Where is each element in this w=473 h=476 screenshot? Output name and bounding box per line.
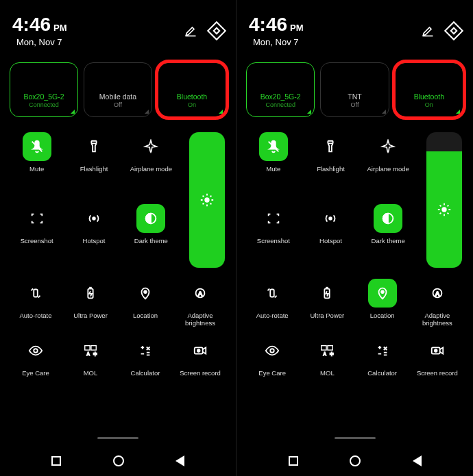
toggle-label: Flashlight <box>80 165 108 173</box>
flashlight-toggle[interactable]: Flashlight <box>305 132 357 196</box>
mute-icon <box>23 132 51 161</box>
edit-icon[interactable] <box>184 24 197 38</box>
battery-icon <box>76 279 105 308</box>
screenshot-icon <box>259 204 288 233</box>
tile-sublabel: On <box>188 101 196 108</box>
location-toggle[interactable]: Location <box>358 279 407 327</box>
calc-toggle[interactable]: Calculator <box>121 336 170 377</box>
mol-icon: A中 <box>313 336 341 365</box>
clock-time: 4:46 <box>249 14 287 36</box>
svg-point-26 <box>197 349 200 352</box>
flashlight-icon <box>80 132 108 161</box>
edit-icon[interactable] <box>421 24 435 38</box>
bluetooth-tile[interactable]: Bluetooth On <box>158 62 226 117</box>
svg-point-31 <box>330 217 332 220</box>
svg-line-12 <box>210 203 212 205</box>
quick-settings-panel: 4:46 PM Mon, Nov 7 Box20_5G-2 Connected … <box>0 0 236 476</box>
mute-toggle[interactable]: Mute <box>247 132 300 196</box>
battery-toggle[interactable]: Ultra Power <box>302 279 352 327</box>
battery-toggle[interactable]: Ultra Power <box>66 279 115 327</box>
tile-label: Box20_5G-2 <box>24 92 64 101</box>
airplane-toggle[interactable]: Airplane mode <box>125 132 177 196</box>
wifi-tile[interactable]: Box20_5G-2 Connected <box>246 62 315 117</box>
tile-label: Mobile data <box>99 92 136 101</box>
svg-text:A: A <box>324 351 327 356</box>
drag-handle[interactable] <box>97 437 138 439</box>
toggle-label: Auto-rotate <box>256 312 289 319</box>
rotate-icon <box>21 279 50 308</box>
data-tile[interactable]: Mobile data Off <box>84 62 152 117</box>
toggle-label: Ultra Power <box>73 312 108 319</box>
svg-point-33 <box>441 207 446 212</box>
nav-home[interactable] <box>113 455 124 466</box>
eye-toggle[interactable]: Eye Care <box>247 336 297 377</box>
hotspot-toggle[interactable]: Hotspot <box>305 204 357 268</box>
nav-bar <box>0 446 236 476</box>
adaptive-toggle[interactable]: A Adaptive brightness <box>175 279 225 327</box>
toggle-label: Screenshot <box>257 237 290 245</box>
toggle-label: Hotspot <box>319 237 342 245</box>
airplane-toggle[interactable]: Airplane mode <box>362 132 414 196</box>
toggle-label: Screenshot <box>21 237 53 245</box>
svg-rect-49 <box>328 346 332 350</box>
tile-label: Bluetooth <box>177 92 207 101</box>
brightness-slider[interactable] <box>426 132 462 268</box>
calc-icon <box>131 336 160 365</box>
toggle-label: Mute <box>266 165 280 173</box>
svg-point-44 <box>381 290 384 293</box>
brightness-slider[interactable] <box>189 132 225 268</box>
clock-ampm: PM <box>53 23 67 33</box>
mol-toggle[interactable]: A中 MOL <box>66 336 115 377</box>
nav-recent[interactable] <box>289 456 298 466</box>
tile-sublabel: Off <box>114 101 122 108</box>
flashlight-toggle[interactable]: Flashlight <box>68 132 119 196</box>
toggle-grid-lower: Auto-rotate Ultra Power LocationA Adapti… <box>245 279 465 377</box>
darktheme-icon <box>136 204 165 233</box>
bluetooth-tile[interactable]: Bluetooth On <box>395 62 463 117</box>
nav-home[interactable] <box>350 455 361 466</box>
nav-back[interactable] <box>413 455 422 466</box>
screenshot-toggle[interactable]: Screenshot <box>247 204 300 268</box>
calc-toggle[interactable]: Calculator <box>358 336 407 377</box>
rotate-toggle[interactable]: Auto-rotate <box>11 279 60 327</box>
svg-line-14 <box>203 203 204 205</box>
toggle-label: Calculator <box>131 369 160 377</box>
header: 4:46 PM Mon, Nov 7 <box>245 10 465 50</box>
settings-icon[interactable] <box>444 21 463 40</box>
data-tile[interactable]: TNT Off <box>320 62 389 117</box>
nav-recent[interactable] <box>51 456 61 466</box>
hotspot-toggle[interactable]: Hotspot <box>68 204 119 268</box>
adaptive-toggle[interactable]: A Adaptive brightness <box>413 279 462 327</box>
settings-icon[interactable] <box>207 21 226 40</box>
record-toggle[interactable]: Screen record <box>413 336 462 377</box>
mol-icon: A中 <box>76 336 105 365</box>
svg-rect-48 <box>322 346 326 350</box>
svg-point-6 <box>204 197 209 202</box>
svg-point-4 <box>93 217 95 220</box>
screenshot-toggle[interactable]: Screenshot <box>11 204 62 268</box>
tile-sublabel: Connected <box>265 101 295 108</box>
tile-label: TNT <box>348 92 361 101</box>
darktheme-icon <box>374 204 402 233</box>
nav-back[interactable] <box>175 455 184 466</box>
record-toggle[interactable]: Screen record <box>175 336 225 377</box>
wifi-tile[interactable]: Box20_5G-2 Connected <box>10 62 78 117</box>
toggle-label: Auto-rotate <box>20 312 52 319</box>
rotate-toggle[interactable]: Auto-rotate <box>247 279 297 327</box>
mol-toggle[interactable]: A中 MOL <box>302 336 352 377</box>
record-icon <box>423 336 452 365</box>
eye-toggle[interactable]: Eye Care <box>11 336 60 377</box>
drag-handle[interactable] <box>335 437 376 439</box>
date: Mon, Nov 7 <box>12 37 67 47</box>
darktheme-toggle[interactable]: Dark theme <box>362 204 414 268</box>
svg-point-53 <box>435 349 437 352</box>
toggle-label: Hotspot <box>83 237 106 245</box>
location-toggle[interactable]: Location <box>121 279 170 327</box>
highlight-annotation <box>392 60 466 120</box>
toggle-label: Location <box>133 312 158 319</box>
mute-toggle[interactable]: Mute <box>11 132 62 196</box>
darktheme-toggle[interactable]: Dark theme <box>125 204 177 268</box>
toggle-label: Dark theme <box>372 237 405 245</box>
hotspot-icon <box>316 204 345 233</box>
toggle-label: Dark theme <box>134 237 168 245</box>
